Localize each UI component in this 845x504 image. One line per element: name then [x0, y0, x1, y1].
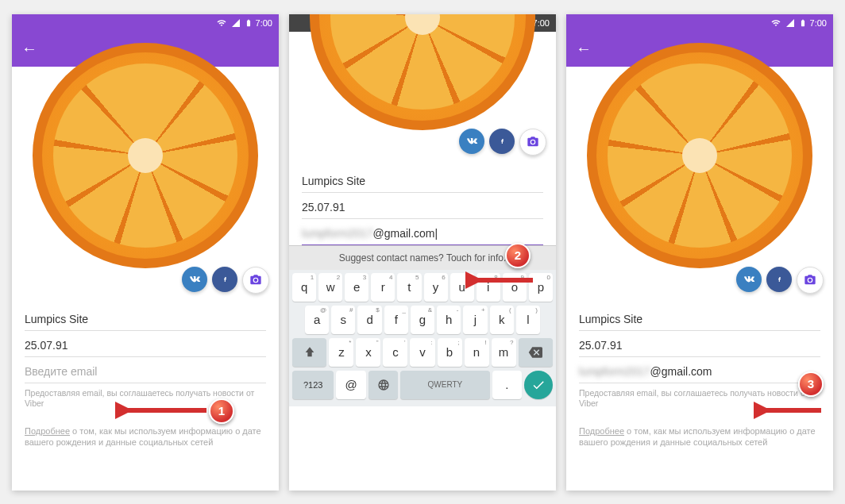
key-s[interactable]: s#	[331, 306, 355, 334]
name-field[interactable]: Lumpics Site	[579, 305, 820, 331]
vk-button[interactable]	[736, 267, 762, 292]
avatar-area	[289, 32, 556, 143]
wifi-icon	[770, 18, 781, 28]
date-field[interactable]: 25.07.91	[25, 331, 266, 357]
back-icon[interactable]: ←	[21, 40, 37, 58]
key-m[interactable]: m?	[492, 338, 516, 367]
signal-icon	[230, 18, 241, 28]
date-field[interactable]: 25.07.91	[579, 331, 820, 357]
form-area: Lumpics Site 25.07.91 lumpform2017@gmail…	[566, 281, 833, 448]
status-time: 7:00	[810, 18, 827, 28]
name-field[interactable]: Lumpics Site	[25, 305, 266, 331]
step-badge-1: 1	[209, 398, 234, 424]
screenshot-1: 7:00 ← Lumpics Site 25.07.91 Введите ema…	[12, 14, 279, 491]
date-field[interactable]: 25.07.91	[302, 193, 543, 219]
screenshot-2: 7:00 Lumpics Site 25.07.91 lumpform2017@…	[289, 14, 556, 491]
key-k[interactable]: k(	[490, 306, 514, 334]
keyboard: q1w2e3r4t5y6u7i8o9p0 a@s#d$f_g&h-j+k(l) …	[289, 270, 556, 406]
wifi-icon	[216, 18, 227, 28]
vk-button[interactable]	[459, 129, 484, 154]
arrow-indicator-2	[465, 271, 537, 290]
key-g[interactable]: g&	[411, 306, 434, 334]
keyboard-row-3: z*x"c'v:b;n!m?	[292, 338, 553, 367]
key-h[interactable]: h-	[437, 306, 461, 334]
status-bar: 7:00	[566, 14, 833, 32]
space-key[interactable]: QWERTY	[400, 371, 489, 399]
key-n[interactable]: n!	[465, 338, 489, 367]
key-w[interactable]: w2	[318, 273, 342, 302]
key-q[interactable]: q1	[292, 273, 316, 302]
screenshot-3: 7:00 ← Lumpics Site 25.07.91 lumpform201…	[566, 14, 833, 491]
social-buttons	[736, 267, 824, 294]
more-info[interactable]: Подробнее о том, как мы используем инфор…	[579, 425, 820, 448]
social-buttons	[182, 267, 269, 294]
key-x[interactable]: x"	[356, 338, 380, 367]
status-bar: 7:00	[12, 14, 279, 32]
key-f[interactable]: f_	[384, 306, 408, 334]
arrow-indicator-1	[115, 401, 210, 420]
keyboard-row-4: ?123 @ QWERTY .	[292, 371, 553, 399]
key-l[interactable]: l)	[516, 306, 540, 334]
avatar-image[interactable]	[33, 43, 258, 268]
enter-key[interactable]	[524, 371, 553, 399]
facebook-button[interactable]	[489, 129, 515, 154]
arrow-indicator-3	[754, 401, 825, 420]
keyboard-row-2: a@s#d$f_g&h-j+k(l)	[292, 306, 553, 334]
key-b[interactable]: b;	[438, 338, 462, 367]
key-z[interactable]: z*	[329, 338, 353, 367]
step-badge-2: 2	[505, 243, 531, 268]
key-t[interactable]: t5	[397, 273, 421, 302]
camera-button[interactable]	[519, 129, 546, 156]
key-e[interactable]: e3	[345, 273, 368, 302]
backspace-key[interactable]	[519, 338, 553, 367]
battery-icon	[799, 18, 807, 28]
step-badge-3: 3	[798, 371, 824, 397]
avatar-area	[566, 67, 833, 281]
more-info[interactable]: Подробнее о том, как мы используем инфор…	[25, 425, 266, 448]
period-key[interactable]: .	[492, 371, 522, 399]
form-area: Lumpics Site 25.07.91 lumpform2017@gmail…	[289, 143, 556, 245]
globe-key[interactable]	[368, 371, 398, 399]
vk-button[interactable]	[182, 267, 207, 292]
name-field[interactable]: Lumpics Site	[302, 167, 543, 193]
facebook-button[interactable]	[212, 267, 237, 292]
avatar-area	[12, 67, 279, 281]
form-area: Lumpics Site 25.07.91 Введите email Пред…	[12, 281, 279, 448]
social-buttons	[459, 129, 546, 156]
at-key[interactable]: @	[336, 371, 365, 399]
key-c[interactable]: c'	[383, 338, 407, 367]
camera-button[interactable]	[797, 267, 824, 294]
key-j[interactable]: j+	[463, 306, 487, 334]
status-time: 7:00	[256, 18, 272, 28]
facebook-button[interactable]	[766, 267, 792, 292]
key-r[interactable]: r4	[371, 273, 395, 302]
avatar-image[interactable]	[310, 14, 535, 130]
key-d[interactable]: d$	[357, 306, 381, 334]
key-v[interactable]: v:	[410, 338, 434, 367]
shift-key[interactable]	[292, 338, 326, 367]
symbols-key[interactable]: ?123	[292, 371, 334, 399]
camera-button[interactable]	[242, 267, 269, 294]
back-icon[interactable]: ←	[576, 40, 592, 58]
avatar-image[interactable]	[587, 43, 812, 268]
email-field[interactable]: lumpform2017@gmail.com|	[302, 219, 543, 245]
key-a[interactable]: a@	[305, 306, 329, 334]
email-field[interactable]: lumpform2017@gmail.com	[579, 357, 820, 383]
battery-icon	[245, 18, 253, 28]
key-y[interactable]: y6	[424, 273, 448, 302]
signal-icon	[785, 18, 796, 28]
email-field[interactable]: Введите email	[25, 357, 266, 383]
